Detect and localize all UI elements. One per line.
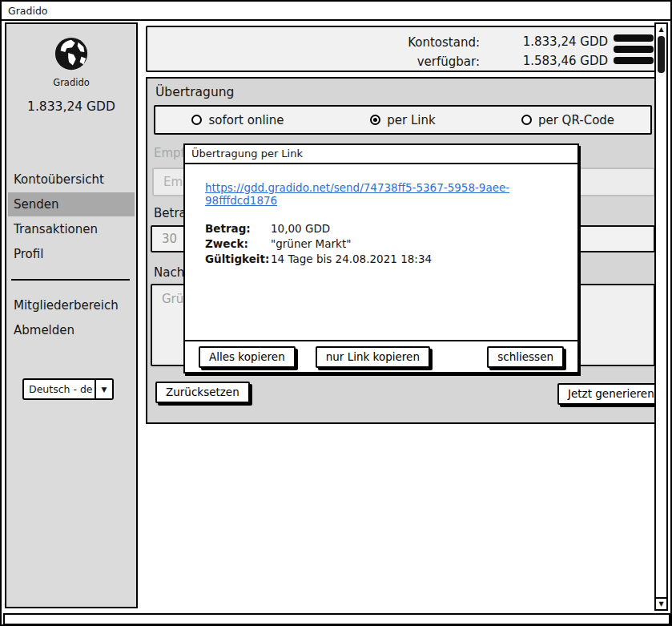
- betrag-label: Betra: [154, 206, 187, 220]
- language-select[interactable]: Deutsch - de ▼: [22, 378, 114, 400]
- sidebar-item-mitgliederbereich[interactable]: Mitgliederbereich: [8, 293, 135, 317]
- radio-sofort-online[interactable]: sofort online: [155, 113, 320, 127]
- radio-icon: [521, 115, 532, 125]
- modal-title: Übertragung per Link: [185, 145, 577, 164]
- verfuegbar-label: verfügbar:: [340, 55, 480, 69]
- scrollbar-down-icon[interactable]: ▼: [656, 597, 666, 609]
- sidebar-item-kontouebersicht[interactable]: Kontoübersicht: [8, 168, 135, 192]
- scrollbar-up-icon[interactable]: ▲: [656, 24, 666, 34]
- nachricht-label: Nach: [154, 265, 184, 280]
- radio-checked-icon: [370, 115, 380, 125]
- sidebar-item-profil[interactable]: Profil: [8, 242, 135, 266]
- detail-value: "grüner Markt": [271, 236, 351, 252]
- sidebar-item-abmelden[interactable]: Abmelden: [8, 318, 135, 342]
- language-select-value: Deutsch - de: [24, 383, 95, 395]
- transfer-mode-radio-group: sofort online per Link per QR-Code: [154, 105, 652, 135]
- form-title: Übertragung: [155, 85, 234, 99]
- radio-label: per Link: [387, 113, 435, 127]
- detail-label: Betrag:: [205, 221, 271, 236]
- detail-label: Zweck:: [205, 236, 271, 252]
- radio-label: sofort online: [208, 113, 284, 127]
- window-titlebar: Gradido: [2, 2, 670, 21]
- logo-label: Gradido: [6, 77, 136, 88]
- radio-icon: [191, 115, 202, 125]
- detail-row-betrag: Betrag: 10,00 GDD: [205, 221, 577, 236]
- verfuegbar-value: 1.583,46 GDD: [484, 54, 608, 68]
- radio-per-qr-code[interactable]: per QR-Code: [485, 113, 650, 127]
- detail-value: 14 Tage bis 24.08.2021 18:34: [271, 252, 432, 267]
- detail-value: 10,00 GDD: [271, 221, 330, 236]
- balance-header: Kontostand: 1.833,24 GDD verfügbar: 1.58…: [146, 26, 658, 72]
- vertical-scrollbar[interactable]: ▲ ▼: [654, 22, 668, 611]
- app-window: Gradido Gradido 1.833,24 GDD Kontoübersi…: [0, 0, 672, 626]
- reset-button[interactable]: Zurücksetzen: [155, 382, 250, 403]
- detail-label: Gültigkeit:: [205, 252, 271, 267]
- chevron-down-icon[interactable]: ▼: [95, 380, 112, 398]
- modal-footer: Alles kopieren nur Link kopieren schlies…: [185, 340, 577, 372]
- transfer-link-modal: Übertragung per Link https://gdd.gradido…: [183, 143, 579, 374]
- copy-all-button[interactable]: Alles kopieren: [199, 346, 296, 368]
- detail-row-zweck: Zweck: "grüner Markt": [205, 236, 577, 252]
- sidebar-balance: 1.833,24 GDD: [6, 99, 136, 114]
- sidebar-item-senden[interactable]: Senden: [8, 192, 135, 216]
- sidebar-item-transaktionen[interactable]: Transaktionen: [8, 217, 135, 241]
- radio-per-link[interactable]: per Link: [320, 113, 485, 127]
- hamburger-menu-icon[interactable]: [614, 34, 654, 68]
- kontostand-value: 1.833,24 GDD: [484, 34, 608, 49]
- empfaenger-label: Empf: [154, 146, 185, 160]
- radio-label: per QR-Code: [538, 113, 614, 127]
- sidebar: Gradido 1.833,24 GDD Kontoübersicht Send…: [5, 22, 138, 608]
- modal-details: Betrag: 10,00 GDD Zweck: "grüner Markt" …: [205, 221, 577, 267]
- close-button[interactable]: schliessen: [487, 346, 564, 368]
- horizontal-scrollbar-track[interactable]: [3, 613, 670, 625]
- sidebar-divider: [11, 279, 130, 281]
- transfer-link[interactable]: https://gdd.gradido.net/send/74738ff5-53…: [205, 181, 577, 207]
- copy-link-button[interactable]: nur Link kopieren: [316, 346, 430, 368]
- scrollbar-thumb[interactable]: [658, 36, 665, 73]
- generate-button[interactable]: Jetzt generieren: [557, 383, 665, 405]
- globe-icon: [53, 60, 90, 75]
- detail-row-gueltigkeit: Gültigkeit: 14 Tage bis 24.08.2021 18:34: [205, 252, 577, 267]
- window-title: Gradido: [8, 5, 47, 17]
- kontostand-label: Kontostand:: [340, 35, 480, 50]
